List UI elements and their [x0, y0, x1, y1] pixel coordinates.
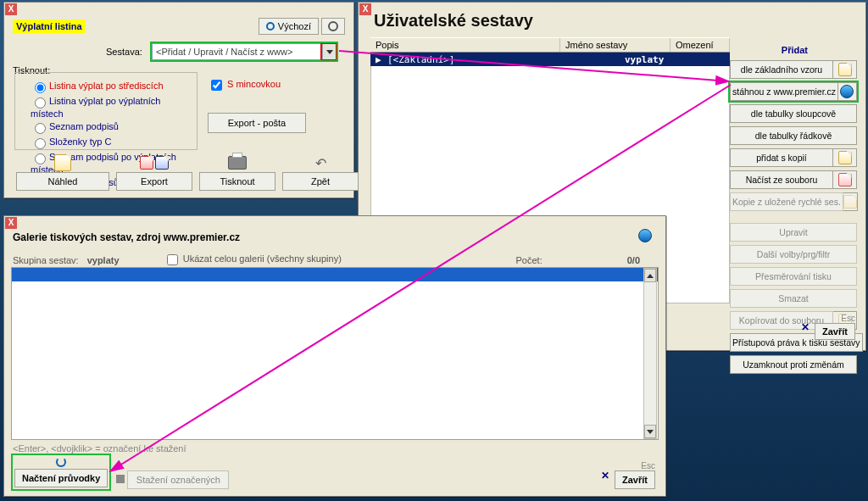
skupina-label: Skupina sestav:	[13, 255, 79, 265]
sestava-label: Sestava:	[106, 47, 142, 57]
nacteni-pruvodky-button[interactable]: Načtení průvodky	[14, 469, 108, 487]
doc-icon	[155, 156, 169, 170]
radio-vyplatnich-mistech[interactable]: Listina výplat po výplatních místech	[31, 95, 190, 119]
close-button[interactable]: Zavřít	[815, 323, 855, 340]
printer-icon	[228, 156, 247, 170]
sestava-value: <Přidat / Upravit / Načíst z www>	[153, 47, 322, 57]
gear-icon	[328, 21, 338, 31]
sestava-dropdown[interactable]: <Přidat / Upravit / Načíst z www>	[152, 43, 337, 60]
window-payroll: X Výplatní listina Výchozí Sestava: <Při…	[3, 2, 354, 198]
pocet-value: 0/0	[627, 255, 657, 265]
file-icon	[843, 195, 857, 209]
side-nacist-ze-souboru[interactable]: Načíst ze souboru	[730, 170, 857, 189]
back-icon: ↶	[315, 155, 326, 171]
target-icon	[266, 22, 275, 31]
radio-strediscich[interactable]: Listina výplat po střediscích	[31, 80, 190, 93]
tisknout-button[interactable]: Tisknout	[199, 172, 275, 191]
side-uzamknout[interactable]: Uzamknout proti změnám	[730, 355, 857, 374]
vychozi-button[interactable]: Výchozí	[259, 18, 319, 35]
export-posta-button[interactable]: Export - pošta	[208, 113, 306, 133]
close-esc-hint: Esc	[615, 461, 655, 470]
side-stahnout-z-premier[interactable]: stáhnou z www.premier.cz	[730, 82, 857, 101]
gear-button[interactable]	[321, 18, 345, 35]
side-pridat-s-kopii[interactable]: přidat s kopií	[730, 148, 857, 167]
side-smazat: Smazat	[730, 289, 857, 308]
preview-icon	[54, 154, 71, 171]
gallery-title: Galerie tiskových sestav, zdroj www.prem…	[13, 231, 240, 243]
refresh-icon	[56, 457, 66, 467]
close-x-icon: ✕	[801, 321, 810, 333]
side-dle-zakladniho-vzoru[interactable]: dle základního vzoru	[730, 60, 857, 79]
globe-icon	[638, 229, 652, 242]
gallery-list[interactable]	[11, 267, 659, 440]
skupina-value: vyplaty	[87, 255, 155, 265]
globe-icon	[840, 85, 854, 98]
row-arrow-icon: ▶	[370, 54, 382, 65]
close-x-icon: ✕	[601, 470, 609, 482]
side-dalsi-volby: Další volby/prg/filtr	[730, 245, 857, 264]
sestava-dropdown-arrow[interactable]	[322, 44, 336, 59]
col-jmeno: Jméno sestavy	[560, 38, 670, 52]
close-icon[interactable]: X	[5, 3, 17, 15]
download-icon	[116, 475, 125, 483]
side-upravit: Upravit	[730, 223, 857, 242]
mincovka-check[interactable]: S mincovkou	[208, 77, 281, 93]
pocet-label: Počet:	[516, 255, 542, 265]
close-esc-hint: Esc	[815, 314, 855, 323]
radio-seznam-podpisu[interactable]: Seznam podpisů	[31, 120, 190, 134]
tisknout-options: Listina výplat po střediscích Listina vý…	[14, 72, 198, 150]
pdf-icon	[140, 156, 153, 170]
col-popis: Popis	[370, 38, 560, 52]
report-table-header: Popis Jméno sestavy Omezení	[370, 37, 730, 53]
gallery-hint: <Enter>, <dvojklik> = označení ke stažen…	[13, 443, 186, 454]
scroll-down[interactable]	[644, 425, 656, 438]
payroll-title: Výplatní listina	[13, 19, 86, 33]
window-gallery: X Galerie tiskových sestav, zdroj www.pr…	[3, 215, 666, 497]
copy-icon	[838, 151, 852, 164]
ukazat-vse-check[interactable]: Ukázat celou galerii (všechny skupiny)	[164, 252, 342, 268]
close-button[interactable]: Zavřít	[615, 470, 655, 489]
col-omezeni: Omezení	[670, 38, 730, 52]
export-button[interactable]: Export	[116, 172, 192, 191]
stazeni-oznacenych-button: Stažení označených	[127, 470, 229, 489]
side-kopie-z-ulozene: Kopie z uložené rychlé ses.	[730, 192, 857, 211]
side-dle-tabulky-sloupcove[interactable]: dle tabulky sloupcově	[730, 104, 857, 123]
side-presmerovani-tisku: Přesměrování tisku	[730, 267, 857, 286]
zpet-button[interactable]: Zpět	[282, 172, 359, 191]
side-dle-tabulky-radkove[interactable]: dle tabulky řádkově	[730, 126, 857, 145]
nahled-button[interactable]: Náhled	[16, 172, 109, 191]
file-icon	[838, 63, 852, 76]
radio-slozenky[interactable]: Složenky typ C	[31, 136, 190, 149]
scroll-up[interactable]	[644, 269, 656, 282]
report-table-row-selected[interactable]: ▶ [<Základní>] vyplaty	[370, 53, 730, 66]
close-icon[interactable]: X	[5, 217, 17, 229]
floppy-icon	[838, 173, 852, 186]
page-title: Uživatelské sestavy	[374, 11, 855, 31]
close-icon[interactable]: X	[359, 3, 371, 15]
pridat-heading: Přidat	[782, 45, 808, 55]
